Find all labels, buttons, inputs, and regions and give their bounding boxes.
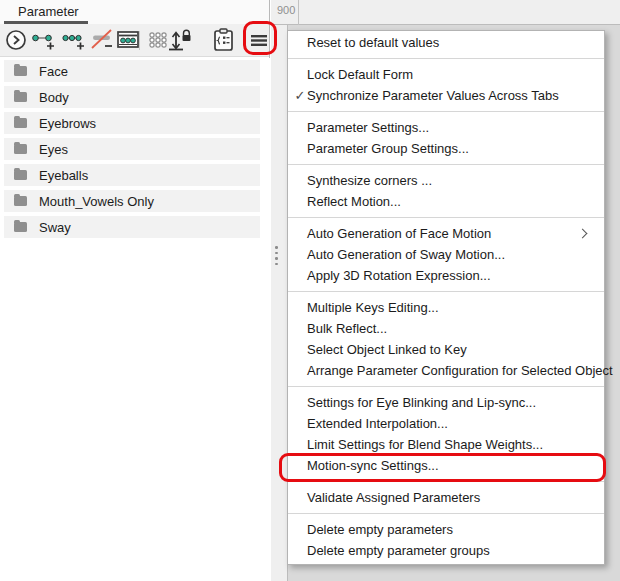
add-2point-key-icon[interactable] <box>30 26 56 54</box>
menu-separator <box>288 164 604 165</box>
horizontal-ruler: 900 <box>271 0 620 25</box>
menu-item-limit-settings-blend-shape-weights[interactable]: Limit Settings for Blend Shape Weights..… <box>288 434 604 455</box>
menu-separator <box>288 386 604 387</box>
menu-item-delete-empty-parameters[interactable]: Delete empty parameters <box>288 519 604 540</box>
app-root: Parameter <box>0 0 620 581</box>
folder-icon <box>14 222 27 232</box>
lock-adjustment-icon-glyph <box>166 27 192 53</box>
folder-icon <box>14 144 27 154</box>
folder-row-body[interactable]: Body <box>4 86 260 108</box>
parameter-clipboard-icon-glyph <box>211 27 237 53</box>
folder-row-face[interactable]: Face <box>4 60 260 82</box>
hamburger-menu-icon-glyph <box>246 27 272 53</box>
folder-row-eyebrows[interactable]: Eyebrows <box>4 112 260 134</box>
menu-item-label: Select Object Linked to Key <box>307 342 467 357</box>
menu-item-bulk-reflect[interactable]: Bulk Reflect... <box>288 318 604 339</box>
lock-adjustment-icon[interactable] <box>166 26 192 54</box>
parameter-panel: Parameter <box>0 0 270 581</box>
menu-item-label: Arrange Parameter Configuration for Sele… <box>307 363 613 378</box>
menu-item-reflect-motion[interactable]: Reflect Motion... <box>288 191 604 212</box>
menu-item-auto-generation-sway-motion[interactable]: Auto Generation of Sway Motion... <box>288 244 604 265</box>
menu-item-label: Synchronize Parameter Values Across Tabs <box>307 88 559 103</box>
menu-item-label: Settings for Eye Blinking and Lip-sync..… <box>307 395 536 410</box>
tab-parameter-label: Parameter <box>18 4 79 19</box>
menu-item-label: Multiple Keys Editing... <box>307 300 439 315</box>
menu-item-label: Apply 3D Rotation Expression... <box>307 268 491 283</box>
menu-separator <box>288 513 604 514</box>
menu-item-label: Auto Generation of Face Motion <box>307 226 491 241</box>
parameter-toolbar <box>0 24 269 57</box>
folder-icon <box>14 196 27 206</box>
folder-row-mouth-vowels-only[interactable]: Mouth_Vowels Only <box>4 190 260 212</box>
folder-label: Mouth_Vowels Only <box>39 194 154 209</box>
menu-item-synchronize-parameter-values[interactable]: ✓ Synchronize Parameter Values Across Ta… <box>288 85 604 106</box>
menu-item-settings-eye-blinking-lipsync[interactable]: Settings for Eye Blinking and Lip-sync..… <box>288 392 604 413</box>
menu-item-arrange-parameter-configuration[interactable]: Arrange Parameter Configuration for Sele… <box>288 360 604 381</box>
delete-key-icon-glyph <box>89 27 115 53</box>
expand-circle-icon[interactable] <box>4 26 30 54</box>
menu-item-label: Validate Assigned Parameters <box>307 490 480 505</box>
edit-keyform-icon[interactable] <box>115 26 141 54</box>
add-2point-key-icon-glyph <box>30 27 56 53</box>
menu-separator <box>288 111 604 112</box>
menu-item-label: Reflect Motion... <box>307 194 401 209</box>
folder-label: Sway <box>39 220 71 235</box>
menu-item-label: Limit Settings for Blend Shape Weights..… <box>307 437 543 452</box>
folder-icon <box>14 66 27 76</box>
menu-separator <box>288 217 604 218</box>
menu-item-label: Auto Generation of Sway Motion... <box>307 247 505 262</box>
add-3point-key-icon-glyph <box>60 27 86 53</box>
submenu-chevron-icon <box>578 229 588 239</box>
delete-key-icon[interactable] <box>89 26 115 54</box>
menu-item-multiple-keys-editing[interactable]: Multiple Keys Editing... <box>288 297 604 318</box>
menu-item-delete-empty-parameter-groups[interactable]: Delete empty parameter groups <box>288 540 604 561</box>
edit-keyform-icon-glyph <box>115 27 141 53</box>
menu-item-extended-interpolation[interactable]: Extended Interpolation... <box>288 413 604 434</box>
folder-icon <box>14 170 27 180</box>
menu-item-label: Reset to default values <box>307 35 439 50</box>
menu-separator <box>288 291 604 292</box>
menu-item-parameter-settings[interactable]: Parameter Settings... <box>288 117 604 138</box>
ruler-tick-label: 900 <box>277 4 295 16</box>
toolbar-separator <box>139 31 140 50</box>
checkmark-icon: ✓ <box>293 85 307 106</box>
menu-item-lock-default-form[interactable]: Lock Default Form <box>288 64 604 85</box>
menu-item-parameter-group-settings[interactable]: Parameter Group Settings... <box>288 138 604 159</box>
menu-item-validate-assigned-parameters[interactable]: Validate Assigned Parameters <box>288 487 604 508</box>
add-3point-key-icon[interactable] <box>60 26 86 54</box>
expand-circle-icon-glyph <box>4 27 30 53</box>
menu-item-apply-3d-rotation-expression[interactable]: Apply 3D Rotation Expression... <box>288 265 604 286</box>
menu-item-label: Delete empty parameter groups <box>307 543 490 558</box>
panel-splitter-handle[interactable] <box>275 246 281 270</box>
folder-row-sway[interactable]: Sway <box>4 216 260 238</box>
hamburger-menu-icon[interactable] <box>246 26 272 54</box>
menu-item-reset-to-default-values[interactable]: Reset to default values <box>288 32 604 53</box>
folder-row-eyeballs[interactable]: Eyeballs <box>4 164 260 186</box>
menu-separator <box>288 481 604 482</box>
folder-label: Eyeballs <box>39 168 88 183</box>
menu-item-label: Parameter Group Settings... <box>307 141 469 156</box>
menu-item-auto-generation-face-motion[interactable]: Auto Generation of Face Motion <box>288 223 604 244</box>
tab-parameter[interactable]: Parameter <box>4 0 88 24</box>
folder-label: Eyes <box>39 142 68 157</box>
panel-tab-bar: Parameter <box>0 0 269 24</box>
menu-item-label: Extended Interpolation... <box>307 416 448 431</box>
folder-label: Face <box>39 64 68 79</box>
menu-item-synthesize-corners[interactable]: Synthesize corners ... <box>288 170 604 191</box>
parameter-context-menu: Reset to default values Lock Default For… <box>287 30 605 565</box>
menu-item-label: Delete empty parameters <box>307 522 453 537</box>
parameter-group-list: Face Body Eyebrows Eyes Eyeballs Mouth_V… <box>0 58 270 581</box>
menu-separator <box>288 58 604 59</box>
menu-item-label: Motion-sync Settings... <box>307 458 439 473</box>
menu-item-label: Parameter Settings... <box>307 120 429 135</box>
parameter-clipboard-icon[interactable] <box>211 26 237 54</box>
menu-item-select-object-linked-to-key[interactable]: Select Object Linked to Key <box>288 339 604 360</box>
menu-item-label: Bulk Reflect... <box>307 321 387 336</box>
menu-item-label: Lock Default Form <box>307 67 413 82</box>
menu-item-motion-sync-settings[interactable]: Motion-sync Settings... <box>288 455 604 476</box>
folder-label: Eyebrows <box>39 116 96 131</box>
folder-icon <box>14 118 27 128</box>
folder-row-eyes[interactable]: Eyes <box>4 138 260 160</box>
folder-icon <box>14 92 27 102</box>
ruler-tick <box>298 0 299 25</box>
